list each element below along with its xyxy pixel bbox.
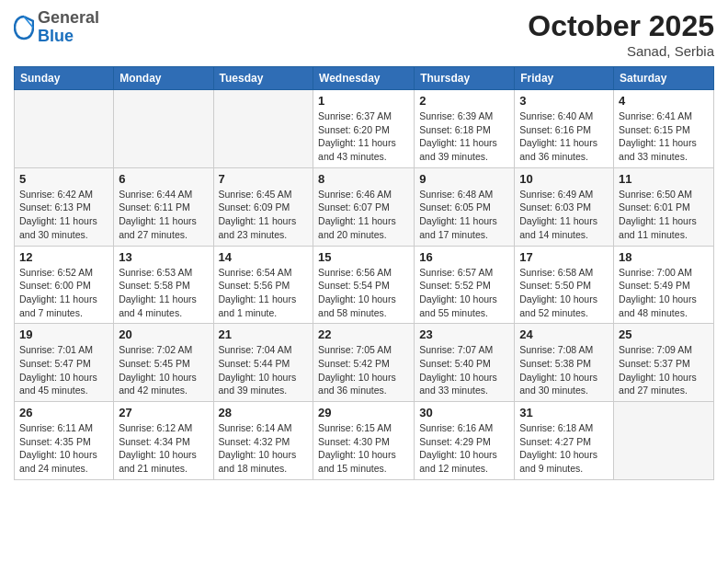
- day-info: Sunrise: 6:57 AM Sunset: 5:52 PM Dayligh…: [419, 266, 509, 320]
- day-info: Sunrise: 6:48 AM Sunset: 6:05 PM Dayligh…: [419, 188, 509, 242]
- day-number: 8: [318, 172, 409, 186]
- day-number: 31: [519, 406, 609, 419]
- day-info: Sunrise: 6:56 AM Sunset: 5:54 PM Dayligh…: [318, 266, 409, 320]
- day-info: Sunrise: 6:37 AM Sunset: 6:20 PM Dayligh…: [318, 109, 409, 164]
- calendar-table: Sunday Monday Tuesday Wednesday Thursday…: [14, 66, 714, 480]
- col-thursday: Thursday: [415, 67, 515, 90]
- day-info: Sunrise: 7:01 AM Sunset: 5:47 PM Dayligh…: [19, 343, 108, 397]
- col-tuesday: Tuesday: [213, 67, 313, 90]
- calendar-day-cell: 11Sunrise: 6:50 AM Sunset: 6:01 PM Dayli…: [614, 167, 714, 246]
- day-number: 30: [419, 406, 509, 419]
- calendar-day-cell: 20Sunrise: 7:02 AM Sunset: 5:45 PM Dayli…: [114, 324, 213, 402]
- logo: General Blue: [14, 9, 99, 46]
- calendar-day-cell: 3Sunrise: 6:40 AM Sunset: 6:16 PM Daylig…: [515, 90, 614, 168]
- day-number: 29: [318, 406, 409, 419]
- calendar-day-cell: 6Sunrise: 6:44 AM Sunset: 6:11 PM Daylig…: [114, 167, 213, 246]
- location: Sanad, Serbia: [528, 43, 714, 59]
- day-number: 15: [318, 250, 409, 264]
- calendar-day-cell: 8Sunrise: 6:46 AM Sunset: 6:07 PM Daylig…: [313, 167, 415, 246]
- day-info: Sunrise: 6:18 AM Sunset: 4:27 PM Dayligh…: [519, 421, 609, 476]
- day-info: Sunrise: 6:15 AM Sunset: 4:30 PM Dayligh…: [318, 421, 409, 476]
- calendar-day-cell: 15Sunrise: 6:56 AM Sunset: 5:54 PM Dayli…: [313, 246, 415, 324]
- calendar-day-cell: 4Sunrise: 6:41 AM Sunset: 6:15 PM Daylig…: [614, 90, 714, 168]
- day-number: 20: [119, 327, 208, 341]
- day-number: 11: [619, 172, 709, 186]
- calendar-day-cell: 12Sunrise: 6:52 AM Sunset: 6:00 PM Dayli…: [15, 246, 114, 324]
- day-number: 6: [119, 172, 208, 186]
- col-wednesday: Wednesday: [313, 67, 415, 90]
- day-number: 25: [619, 327, 709, 341]
- day-info: Sunrise: 6:12 AM Sunset: 4:34 PM Dayligh…: [119, 421, 208, 476]
- day-info: Sunrise: 6:42 AM Sunset: 6:13 PM Dayligh…: [19, 188, 108, 242]
- day-info: Sunrise: 7:04 AM Sunset: 5:44 PM Dayligh…: [219, 343, 309, 397]
- calendar-day-cell: 28Sunrise: 6:14 AM Sunset: 4:32 PM Dayli…: [213, 402, 313, 480]
- day-number: 23: [419, 327, 509, 341]
- calendar-week-row: 19Sunrise: 7:01 AM Sunset: 5:47 PM Dayli…: [15, 324, 714, 402]
- day-number: 7: [219, 172, 309, 186]
- day-info: Sunrise: 7:07 AM Sunset: 5:40 PM Dayligh…: [419, 343, 509, 397]
- day-info: Sunrise: 6:41 AM Sunset: 6:15 PM Dayligh…: [619, 109, 709, 164]
- day-number: 24: [519, 327, 609, 341]
- day-info: Sunrise: 6:50 AM Sunset: 6:01 PM Dayligh…: [619, 188, 709, 242]
- day-info: Sunrise: 6:14 AM Sunset: 4:32 PM Dayligh…: [219, 421, 309, 476]
- day-info: Sunrise: 7:05 AM Sunset: 5:42 PM Dayligh…: [318, 343, 409, 397]
- calendar-day-cell: 19Sunrise: 7:01 AM Sunset: 5:47 PM Dayli…: [15, 324, 114, 402]
- day-info: Sunrise: 7:08 AM Sunset: 5:38 PM Dayligh…: [519, 343, 609, 397]
- day-number: 18: [619, 250, 709, 264]
- calendar-week-row: 1Sunrise: 6:37 AM Sunset: 6:20 PM Daylig…: [15, 90, 714, 168]
- calendar-day-cell: 24Sunrise: 7:08 AM Sunset: 5:38 PM Dayli…: [515, 324, 614, 402]
- month-title: October 2025: [528, 9, 714, 43]
- calendar-day-cell: 17Sunrise: 6:58 AM Sunset: 5:50 PM Dayli…: [515, 246, 614, 324]
- day-number: 28: [219, 406, 309, 419]
- day-info: Sunrise: 7:09 AM Sunset: 5:37 PM Dayligh…: [619, 343, 709, 397]
- calendar-day-cell: 31Sunrise: 6:18 AM Sunset: 4:27 PM Dayli…: [515, 402, 614, 480]
- day-number: 16: [419, 250, 509, 264]
- day-number: 14: [219, 250, 309, 264]
- calendar-day-cell: 25Sunrise: 7:09 AM Sunset: 5:37 PM Dayli…: [614, 324, 714, 402]
- day-info: Sunrise: 6:11 AM Sunset: 4:35 PM Dayligh…: [19, 421, 108, 476]
- page-container: General Blue October 2025 Sanad, Serbia …: [0, 0, 728, 489]
- calendar-day-cell: 18Sunrise: 7:00 AM Sunset: 5:49 PM Dayli…: [614, 246, 714, 324]
- day-number: 12: [19, 250, 108, 264]
- calendar-day-cell: 29Sunrise: 6:15 AM Sunset: 4:30 PM Dayli…: [313, 402, 415, 480]
- calendar-day-cell: 5Sunrise: 6:42 AM Sunset: 6:13 PM Daylig…: [15, 167, 114, 246]
- title-section: October 2025 Sanad, Serbia: [528, 9, 714, 59]
- day-number: 26: [19, 406, 108, 419]
- calendar-day-cell: 27Sunrise: 6:12 AM Sunset: 4:34 PM Dayli…: [114, 402, 213, 480]
- day-info: Sunrise: 6:40 AM Sunset: 6:16 PM Dayligh…: [519, 109, 609, 164]
- day-number: 2: [419, 94, 509, 108]
- calendar-day-cell: [15, 90, 114, 168]
- logo-blue: Blue: [38, 28, 99, 46]
- day-number: 21: [219, 327, 309, 341]
- day-info: Sunrise: 6:39 AM Sunset: 6:18 PM Dayligh…: [419, 109, 509, 164]
- calendar-week-row: 26Sunrise: 6:11 AM Sunset: 4:35 PM Dayli…: [15, 402, 714, 480]
- day-number: 10: [519, 172, 609, 186]
- day-info: Sunrise: 6:44 AM Sunset: 6:11 PM Dayligh…: [119, 188, 208, 242]
- calendar-day-cell: 23Sunrise: 7:07 AM Sunset: 5:40 PM Dayli…: [415, 324, 515, 402]
- day-info: Sunrise: 6:54 AM Sunset: 5:56 PM Dayligh…: [219, 266, 309, 320]
- day-number: 5: [19, 172, 108, 186]
- calendar-day-cell: 30Sunrise: 6:16 AM Sunset: 4:29 PM Dayli…: [415, 402, 515, 480]
- col-sunday: Sunday: [15, 67, 114, 90]
- day-number: 13: [119, 250, 208, 264]
- calendar-header-row: Sunday Monday Tuesday Wednesday Thursday…: [15, 67, 714, 90]
- day-number: 19: [19, 327, 108, 341]
- calendar-week-row: 5Sunrise: 6:42 AM Sunset: 6:13 PM Daylig…: [15, 167, 714, 246]
- logo-general: General: [38, 9, 99, 28]
- calendar-day-cell: [114, 90, 213, 168]
- calendar-day-cell: 22Sunrise: 7:05 AM Sunset: 5:42 PM Dayli…: [313, 324, 415, 402]
- day-info: Sunrise: 6:58 AM Sunset: 5:50 PM Dayligh…: [519, 266, 609, 320]
- calendar-day-cell: [213, 90, 313, 168]
- col-friday: Friday: [515, 67, 614, 90]
- calendar-day-cell: 16Sunrise: 6:57 AM Sunset: 5:52 PM Dayli…: [415, 246, 515, 324]
- calendar-day-cell: 9Sunrise: 6:48 AM Sunset: 6:05 PM Daylig…: [415, 167, 515, 246]
- day-number: 9: [419, 172, 509, 186]
- day-info: Sunrise: 7:02 AM Sunset: 5:45 PM Dayligh…: [119, 343, 208, 397]
- day-info: Sunrise: 6:53 AM Sunset: 5:58 PM Dayligh…: [119, 266, 208, 320]
- logo-text: General Blue: [38, 9, 99, 46]
- day-info: Sunrise: 6:52 AM Sunset: 6:00 PM Dayligh…: [19, 266, 108, 320]
- page-header: General Blue October 2025 Sanad, Serbia: [14, 9, 714, 59]
- calendar-day-cell: 7Sunrise: 6:45 AM Sunset: 6:09 PM Daylig…: [213, 167, 313, 246]
- calendar-day-cell: [614, 402, 714, 480]
- day-number: 3: [519, 94, 609, 108]
